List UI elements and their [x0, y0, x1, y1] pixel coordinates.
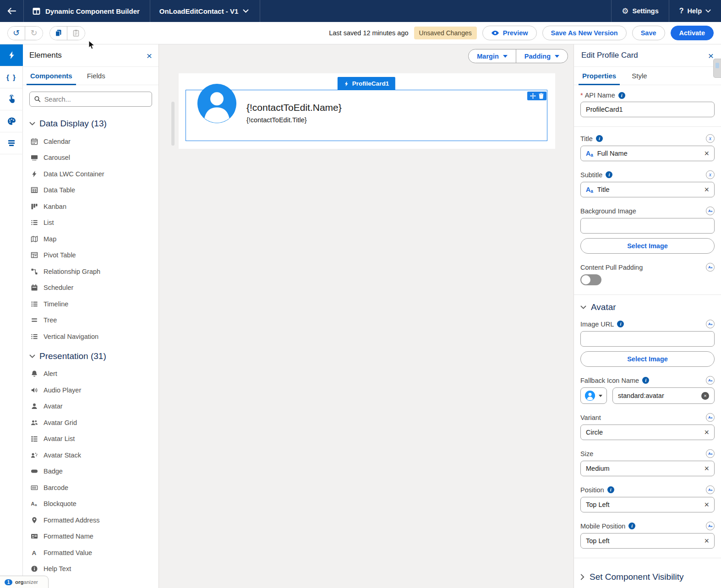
tab-style[interactable]: Style [631, 72, 648, 85]
expression-toggle-icon[interactable]: x [706, 170, 715, 179]
expression-toggle-icon[interactable]: x [706, 134, 715, 143]
version-selector[interactable]: OnLoadEditContact - V1 [150, 0, 261, 22]
element-item-avatar-grid[interactable]: Avatar Grid [23, 414, 158, 431]
content-pull-padding-toggle[interactable] [580, 274, 601, 285]
text-toggle-icon[interactable]: Aa [706, 485, 715, 494]
component-tag[interactable]: ProfileCard1 [338, 77, 395, 90]
rail-style-tool[interactable] [0, 110, 23, 132]
background-image-input[interactable] [586, 222, 709, 229]
settings-button[interactable]: ⚙ Settings [611, 0, 668, 22]
element-item-scheduler[interactable]: Scheduler [23, 280, 158, 296]
save-button[interactable]: Save [632, 26, 665, 40]
element-item-formatted-name[interactable]: Formatted Name [23, 528, 158, 545]
clear-circle-icon[interactable]: × [701, 392, 709, 400]
element-item-vertical-navigation[interactable]: Vertical Navigation [23, 328, 158, 345]
element-item-map[interactable]: Map [23, 231, 158, 247]
element-item-formatted-address[interactable]: Formatted Address [23, 512, 158, 528]
info-icon[interactable]: i [606, 171, 612, 178]
element-item-calendar[interactable]: Calendar [23, 133, 158, 150]
rail-components-tool[interactable] [0, 44, 23, 66]
title-input-box[interactable]: Aa Full Name × [580, 146, 715, 161]
text-toggle-icon[interactable]: Aa [706, 413, 715, 422]
element-item-data-table[interactable]: Data Table [23, 182, 158, 199]
clear-icon[interactable]: × [704, 501, 709, 509]
api-name-input[interactable] [586, 106, 709, 113]
element-item-data-lwc-container[interactable]: Data LWC Container [23, 166, 158, 182]
section-header-presentation-31[interactable]: Presentation (31) [23, 345, 158, 366]
info-icon[interactable]: i [617, 321, 624, 327]
element-item-relationship-graph[interactable]: Relationship Graph [23, 263, 158, 280]
element-item-avatar-stack[interactable]: Avatar Stack [23, 447, 158, 463]
rail-interactions-tool[interactable] [0, 88, 23, 110]
image-url-input[interactable] [586, 335, 709, 343]
text-toggle-icon[interactable]: Aa [706, 449, 715, 458]
text-toggle-icon[interactable]: Aa [706, 376, 715, 385]
info-icon[interactable]: i [642, 377, 649, 384]
element-item-blockquote[interactable]: AaBlockquote [23, 496, 158, 512]
rail-structure-tool[interactable] [0, 132, 23, 154]
element-item-carousel[interactable]: Carousel [23, 150, 158, 166]
select-image-button[interactable]: Select Image [580, 238, 715, 254]
clear-icon[interactable]: × [704, 149, 709, 158]
element-item-barcode[interactable]: Barcode [23, 479, 158, 496]
section-header-data-display-13[interactable]: Data Display (13) [23, 112, 158, 133]
tab-components[interactable]: Components [29, 72, 73, 85]
element-item-help-text[interactable]: Help Text [23, 561, 158, 577]
clear-icon[interactable]: × [704, 428, 709, 436]
padding-dropdown[interactable]: Padding [516, 49, 568, 63]
element-item-avatar-list[interactable]: Avatar List [23, 431, 158, 447]
collapsed-edge-tab[interactable] [713, 59, 721, 78]
elements-close-icon[interactable]: × [147, 51, 152, 60]
variant-select[interactable]: Circle × [580, 425, 715, 440]
element-item-tree[interactable]: Tree [23, 312, 158, 329]
mobile-position-select[interactable]: Top Left × [580, 533, 715, 549]
undo-button[interactable]: ↺ [8, 27, 25, 40]
info-icon[interactable]: i [628, 523, 635, 529]
canvas[interactable]: Margin Padding ProfileCard1 {!contactToE… [159, 44, 574, 588]
tab-fields[interactable]: Fields [86, 72, 106, 85]
activate-button[interactable]: Activate [671, 26, 714, 40]
icon-picker-dropdown[interactable] [580, 387, 607, 404]
clear-icon[interactable]: × [704, 537, 709, 545]
back-button[interactable] [0, 0, 24, 22]
organizer-badge[interactable]: 1 organizer [0, 576, 49, 588]
clear-icon[interactable]: × [704, 464, 709, 473]
tab-properties[interactable]: Properties [581, 72, 617, 85]
move-icon[interactable] [530, 93, 536, 99]
element-item-timeline[interactable]: Timeline [23, 296, 158, 312]
text-toggle-icon[interactable]: Aa [706, 263, 715, 272]
element-item-pivot-table[interactable]: Pivot Table [23, 247, 158, 264]
element-item-alert[interactable]: Alert [23, 366, 158, 382]
text-toggle-icon[interactable]: Aa [706, 207, 715, 215]
element-item-list[interactable]: List [23, 215, 158, 231]
info-icon[interactable]: i [618, 92, 625, 99]
set-component-visibility-section[interactable]: Set Component Visibility [580, 566, 715, 582]
rail-code-tool[interactable]: { } [0, 66, 23, 88]
copy-button[interactable] [50, 27, 67, 40]
select-image-button[interactable]: Select Image [580, 351, 715, 367]
profile-card-component[interactable]: ProfileCard1 {!contactToEdit.Name} {!con… [186, 90, 547, 141]
element-item-avatar[interactable]: Avatar [23, 398, 158, 415]
size-select[interactable]: Medium × [580, 461, 715, 476]
save-as-new-version-button[interactable]: Save As New Version [542, 26, 627, 40]
help-menu[interactable]: ? Help [669, 0, 721, 22]
avatar-section-header[interactable]: Avatar [580, 302, 715, 312]
redo-button[interactable]: ↻ [25, 27, 43, 40]
element-item-formatted-value[interactable]: AFormatted Value [23, 544, 158, 561]
preview-button[interactable]: Preview [482, 26, 537, 40]
inspector-close-icon[interactable]: × [708, 51, 714, 60]
position-select[interactable]: Top Left × [580, 497, 715, 512]
trash-icon[interactable] [539, 93, 544, 99]
info-icon[interactable]: i [607, 486, 614, 493]
paste-button[interactable] [67, 27, 85, 40]
element-item-kanban[interactable]: Kanban [23, 198, 158, 215]
search-input[interactable] [44, 96, 147, 103]
text-toggle-icon[interactable]: Aa [706, 522, 715, 530]
search-box[interactable] [29, 92, 152, 107]
canvas-scroll-handle[interactable] [171, 102, 175, 146]
info-icon[interactable]: i [596, 135, 603, 142]
text-toggle-icon[interactable]: Aa [706, 320, 715, 328]
subtitle-input-box[interactable]: Aa Title × [580, 182, 715, 197]
margin-dropdown[interactable]: Margin [469, 49, 516, 63]
element-item-audio-player[interactable]: Audio Player [23, 382, 158, 398]
